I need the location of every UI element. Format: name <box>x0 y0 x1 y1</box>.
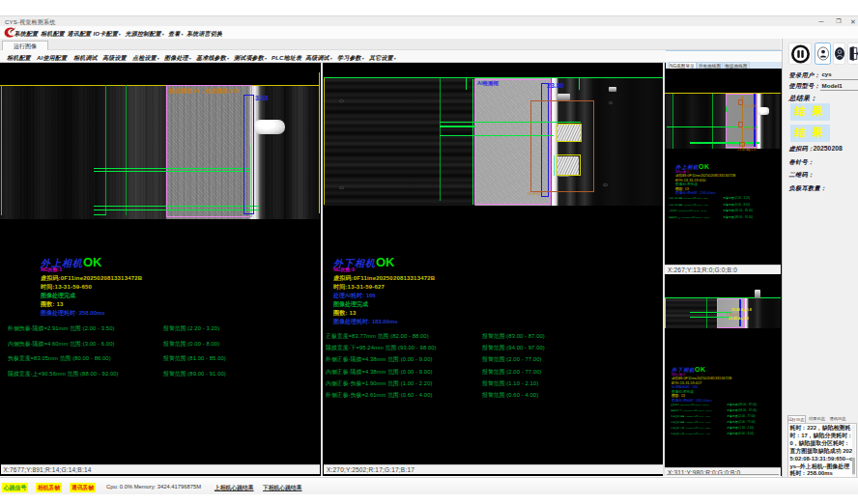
electrode-tab-blob <box>758 107 770 116</box>
ng-view-lower[interactable]: 23.40 Ag:1.8 1.90,0.52 23.40 Ag:1.8 外下相机… <box>665 275 781 468</box>
tab-count-label: 负极耳数量： <box>789 184 827 193</box>
log-scrollbar[interactable] <box>852 425 855 476</box>
alarm-range: 报警范围:(94.00 - 97.00) <box>482 344 545 352</box>
tool-learning-params[interactable]: 学习参数 <box>337 54 364 63</box>
ng-view-upper[interactable]: 1.45,0.60 1.28,0.52 23.40 Ag:1.8 外上相机OK … <box>665 69 781 266</box>
baseline-vertical <box>712 94 713 149</box>
barcode-line: 虚拟码:0F11ine2025020813313472B <box>333 274 435 283</box>
model-value[interactable]: Model1 <box>822 82 843 89</box>
tool-test-item-params[interactable]: 测试项参数 <box>234 54 267 63</box>
menu-item-camera-config[interactable]: 相机配置 <box>41 30 65 39</box>
tab-data-curves[interactable]: 数据曲线图 <box>724 62 750 69</box>
user-manage-button[interactable] <box>833 42 845 66</box>
title-bar: CYS-视觉检测系统 ─ ❐ ✕ <box>0 15 858 26</box>
alarm-range: 报警范围:(89.00 - 91.00) <box>723 216 753 219</box>
roi-line-horizontal <box>324 77 663 78</box>
ng-tabs: NG底图显示 所有曲线图 数据曲线图 <box>666 62 782 70</box>
alarm-range: 报警范围:(2.00 - 77.00) <box>482 355 542 364</box>
tool-image-processing[interactable]: 图像处理 <box>164 54 191 63</box>
scrollbar-thumb[interactable] <box>667 474 779 475</box>
defect-box-3 <box>739 142 745 148</box>
metal-highlight <box>558 94 570 100</box>
tab-ng-image-display[interactable]: NG底图显示 <box>669 62 697 69</box>
tab-result-log[interactable]: 结果日志 <box>808 415 826 423</box>
tab-run-log[interactable]: 运行日志 <box>787 415 806 423</box>
alarm-range: 报警范围:(2.00 - 77.00) <box>727 421 756 424</box>
process-time-line: 图像处理耗时: 183.00ms <box>672 398 712 403</box>
measure-line-h5 <box>94 214 106 215</box>
tool-ai-use-config[interactable]: AI使用配置 <box>37 54 67 63</box>
ng-count: NG次数:0 <box>333 266 355 272</box>
time-line: 时间:13-31-59-627 <box>333 283 385 292</box>
menu-item-comm-config[interactable]: 通讯配置 <box>68 30 92 39</box>
toolbar: 相机配置 AI使用配置 相机调试 高级设置 点检设置 图像处理 基准线参数 测试… <box>0 50 781 63</box>
comm-dropframe-badge: 通讯丢帧 <box>70 483 96 492</box>
pause-button[interactable] <box>788 42 813 66</box>
tab-run-image[interactable]: 运行图像 <box>2 41 48 51</box>
measure-line-h2 <box>94 171 250 172</box>
alarm-range: 报警范围:(89.00 - 91.00) <box>163 370 226 378</box>
metal-highlight <box>755 290 760 298</box>
tab-all-curves[interactable]: 所有曲线图 <box>697 62 723 69</box>
measurement-row: 负极宽度=83.05mm 范围:(80.00 - 86.00) <box>669 210 707 211</box>
screw-dot <box>609 101 613 104</box>
scrollbar-thumb[interactable] <box>852 458 855 474</box>
alarm-range: 报警范围:(83.00 - 87.00) <box>727 404 757 406</box>
screw-dot <box>339 186 344 190</box>
menu-item-language-switch[interactable]: 系统语言切换 <box>186 30 222 39</box>
heartbeat-badge: 心跳信号 <box>2 483 28 492</box>
left-view-statusbar: X:7677;Y:891;R:14;G:14;B:14 <box>1 464 321 474</box>
lower-camera-heartbeat-link[interactable]: 下相机心跳结果 <box>263 484 302 492</box>
minimize-button[interactable]: ─ <box>815 17 828 26</box>
tool-camera-debug[interactable]: 相机调试 <box>73 54 98 63</box>
middle-camera-view[interactable]: AI检测框 23.80 TL:9.42 外下相机OK NG次数:0 虚拟码:0F… <box>323 63 663 477</box>
tool-other-settings[interactable]: 其它设置 <box>369 54 396 63</box>
measure-line-h1 <box>440 122 581 123</box>
menu-item-view[interactable]: 查看 <box>168 30 184 39</box>
control-panel: 登录用户： cys 使用型号： Model1 总结果： 结 果 结 果 虚拟码：… <box>782 39 858 494</box>
maximize-button[interactable]: ❐ <box>832 17 845 26</box>
barcode-label: 虚拟码： <box>789 145 815 154</box>
tab-strip: 运行图像 <box>0 39 781 50</box>
measure-line-h <box>690 317 731 318</box>
log-output[interactable]: 耗时：222，缺陷检测耗时：17，缺陷分类耗时：0，缺陷提取分区耗时：直方图提取… <box>787 423 857 478</box>
upper-ng-statusbar: X:267;Y:13;R:0;G:0;B:0 <box>665 265 781 274</box>
alarm-range: 报警范围:(2.00 - 77.00) <box>727 415 756 418</box>
user-login-button[interactable] <box>815 42 831 66</box>
tool-spot-check[interactable]: 点检设置 <box>132 54 159 63</box>
left-camera-view[interactable]: 静态阈值:93，动态阈值:100 3.88 外上相机OK NG次数:1 虚拟码:… <box>0 63 321 477</box>
result-ok: OK <box>695 366 706 373</box>
alarm-range: 报警范围:(0.60 - 4.00) <box>482 391 538 400</box>
menu-item-io-card-config[interactable]: IO卡配置 <box>94 30 122 39</box>
blue-detect-line <box>754 94 756 147</box>
process-time-line: 图像处理耗时: 258.00ms <box>675 190 716 195</box>
exit-button[interactable] <box>847 42 858 66</box>
threshold-label: 静态阈值:93，动态阈值:100 <box>169 87 239 96</box>
qrcode-label: 二维码： <box>789 171 815 180</box>
edge-tick <box>466 77 467 90</box>
tool-advanced-debug[interactable]: 高级调试 <box>305 54 332 63</box>
roi-line-horizontal <box>665 93 781 94</box>
measurement-row: 隔膜宽度-上=90.56mm 范围:(88.00 - 92.00) <box>8 370 119 378</box>
menu-item-system-config[interactable]: 系统配置 <box>14 30 39 39</box>
upper-camera-heartbeat-link[interactable]: 上相机心跳结果 <box>214 484 254 492</box>
measure-line-h3 <box>94 206 259 207</box>
process-time-line: 图像处理耗时: 183.00ms <box>333 318 398 326</box>
pause-icon <box>789 43 812 65</box>
tool-camera-config[interactable]: 相机配置 <box>7 54 31 63</box>
tool-advanced-settings[interactable]: 高级设置 <box>102 54 127 63</box>
tab-detect-box-2 <box>557 154 581 176</box>
measurement-row: 外侧负极-隔膜=2.91mm 范围:(2.00 - 3.50) <box>8 324 115 333</box>
ng-display-column: 1.45,0.60 1.28,0.52 23.40 Ag:1.8 外上相机OK … <box>665 63 782 477</box>
time-line: 时间:13-31-59-650 <box>41 283 92 292</box>
alarm-range: 报警范围:(81.00 - 85.00) <box>723 210 753 212</box>
tab-comm-log[interactable]: 通讯日志 <box>829 415 847 423</box>
edge-tick <box>579 77 580 90</box>
close-button[interactable]: ✕ <box>846 17 858 26</box>
measurement-row: 隔膜宽度-下=95.24mm 范围:(93.00 - 98.00) <box>326 344 437 352</box>
tool-plc-address-table[interactable]: PLC地址表 <box>272 54 301 63</box>
menu-item-light-control-config[interactable]: 光源控制配置 <box>126 30 164 39</box>
defect-label-yellow: 23.40 Ag:1.8 <box>729 317 749 321</box>
ng-tabs-container <box>666 50 782 63</box>
tool-baseline-params[interactable]: 基准线参数 <box>196 54 229 63</box>
